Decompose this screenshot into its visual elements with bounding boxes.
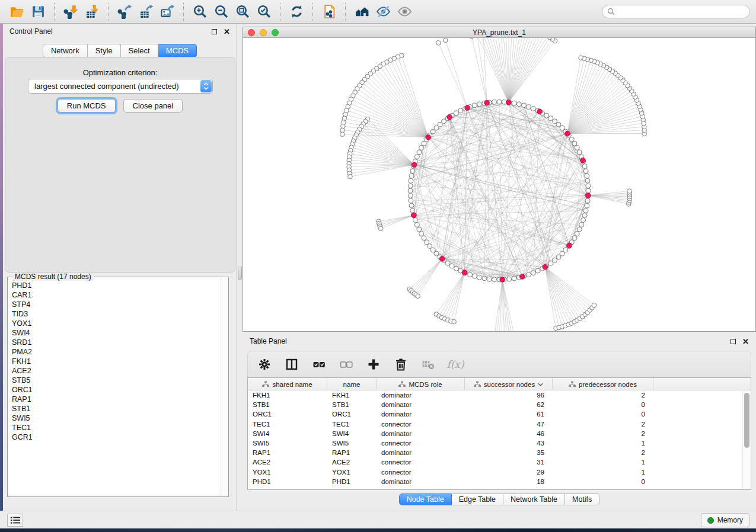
split-view-button[interactable] bbox=[282, 355, 301, 374]
mcds-result-item[interactable]: YOX1 bbox=[12, 319, 220, 328]
tab-node-table[interactable]: Node Table bbox=[399, 493, 452, 505]
table-row[interactable]: ACE2ACE2connector311 bbox=[248, 457, 751, 467]
tab-style[interactable]: Style bbox=[88, 44, 121, 57]
zoom-in-button[interactable] bbox=[189, 2, 210, 22]
mcds-result-item[interactable]: ORC1 bbox=[12, 385, 220, 395]
hide-selected-button[interactable] bbox=[372, 2, 394, 22]
mcds-result-item[interactable]: STB1 bbox=[12, 404, 220, 414]
table-scrollbar[interactable] bbox=[742, 391, 750, 489]
open-button[interactable] bbox=[6, 2, 27, 22]
refresh-button[interactable] bbox=[286, 2, 307, 22]
add-entry-button[interactable] bbox=[364, 355, 383, 374]
table-cell: dominator bbox=[377, 449, 465, 456]
show-all-button[interactable] bbox=[394, 2, 415, 22]
table-float-panel-icon[interactable] bbox=[731, 339, 736, 344]
mcds-result-item[interactable]: STB5 bbox=[12, 376, 220, 385]
network-window-titlebar[interactable]: YPA_prune.txt_1 bbox=[243, 27, 755, 38]
table-row[interactable]: YOX1YOX1connector291 bbox=[248, 467, 751, 477]
search-input[interactable] bbox=[618, 7, 745, 17]
table-panel-title: Table Panel bbox=[250, 337, 287, 345]
export-image-button[interactable] bbox=[157, 2, 178, 22]
mcds-result-item[interactable]: RAP1 bbox=[12, 395, 220, 404]
table-row[interactable]: ORC1ORC1dominator610 bbox=[248, 409, 751, 419]
export-network-button[interactable] bbox=[114, 2, 135, 22]
table-row[interactable]: FKH1FKH1dominator962 bbox=[248, 390, 751, 400]
table-row[interactable]: SWI5SWI5connector431 bbox=[248, 438, 751, 448]
table-row[interactable]: TEC1TEC1connector472 bbox=[248, 419, 751, 429]
mcds-result-item[interactable]: SRD1 bbox=[12, 338, 220, 347]
mcds-result-item[interactable]: PMA2 bbox=[12, 347, 220, 357]
column-header-MCDS-role[interactable]: MCDS role bbox=[377, 378, 465, 390]
table-close-panel-icon[interactable]: ✕ bbox=[742, 339, 749, 344]
mcds-result-item[interactable]: FKH1 bbox=[12, 357, 220, 366]
table-cell: connector bbox=[377, 421, 465, 428]
mcds-result-item[interactable]: STP4 bbox=[12, 300, 220, 309]
table-cell: FKH1 bbox=[248, 392, 327, 399]
close-panel-button[interactable]: Close panel bbox=[123, 99, 183, 113]
table-cell: PHD1 bbox=[327, 478, 377, 485]
mcds-result-item[interactable]: SWI4 bbox=[12, 328, 220, 338]
task-history-button[interactable] bbox=[7, 514, 23, 527]
network-window-title: YPA_prune.txt_1 bbox=[243, 28, 755, 37]
column-header-successor-nodes[interactable]: successor nodes bbox=[465, 378, 553, 390]
select-all-icon bbox=[312, 357, 326, 371]
first-neighbors-button[interactable] bbox=[351, 2, 372, 22]
tab-motifs[interactable]: Motifs bbox=[565, 493, 599, 505]
tab-mcds[interactable]: MCDS bbox=[158, 44, 197, 57]
tab-network[interactable]: Network bbox=[43, 44, 88, 57]
run-mcds-button[interactable]: Run MCDS bbox=[58, 99, 116, 113]
export-table-icon bbox=[139, 4, 154, 19]
mcds-result-item[interactable]: SWI5 bbox=[12, 414, 220, 423]
splitter-grip[interactable] bbox=[238, 267, 242, 280]
memory-button[interactable]: Memory bbox=[701, 513, 749, 527]
vertical-splitter[interactable] bbox=[237, 24, 243, 511]
mcds-list-scrollbar[interactable] bbox=[221, 278, 228, 496]
export-table-button[interactable] bbox=[135, 2, 157, 22]
table-cell: RAP1 bbox=[248, 449, 327, 456]
mcds-result-item[interactable]: GCR1 bbox=[12, 432, 220, 442]
column-header-name[interactable]: name bbox=[327, 378, 377, 390]
deselect-all-button[interactable] bbox=[337, 355, 356, 374]
mcds-result-item[interactable]: TID3 bbox=[12, 309, 220, 319]
table-row[interactable]: SWI4SWI4dominator462 bbox=[248, 429, 751, 438]
export-image-icon bbox=[160, 4, 175, 19]
table-scrollbar-thumb[interactable] bbox=[744, 393, 749, 448]
float-panel-icon[interactable] bbox=[212, 29, 217, 34]
column-label: successor nodes bbox=[484, 381, 535, 388]
control-panel: Control Panel ✕ NetworkStyleSelectMCDS O… bbox=[3, 24, 237, 511]
zoom-selected-button[interactable] bbox=[253, 2, 275, 22]
settings-button[interactable] bbox=[255, 355, 274, 374]
table-row[interactable]: PHD1PHD1dominator180 bbox=[248, 477, 751, 486]
import-network-button[interactable] bbox=[60, 2, 81, 22]
mcds-result-item[interactable]: TEC1 bbox=[12, 423, 220, 432]
save-button[interactable] bbox=[27, 2, 49, 22]
zoom-fit-button[interactable] bbox=[232, 2, 253, 22]
mcds-result-item[interactable]: CAR1 bbox=[12, 290, 220, 300]
delete-entry-button[interactable] bbox=[391, 355, 410, 374]
table-row[interactable]: STB1STB1dominator620 bbox=[248, 400, 751, 409]
import-table-icon bbox=[85, 4, 100, 19]
sort-desc-icon bbox=[538, 383, 543, 386]
import-table-button[interactable] bbox=[81, 2, 103, 22]
column-header-shared-name[interactable]: shared name bbox=[248, 378, 327, 390]
tab-edge-table[interactable]: Edge Table bbox=[452, 493, 503, 505]
criterion-select[interactable]: largest connected component (undirected) bbox=[28, 79, 213, 94]
tab-select[interactable]: Select bbox=[121, 44, 158, 57]
select-all-button[interactable] bbox=[310, 355, 328, 374]
close-panel-icon[interactable]: ✕ bbox=[224, 29, 230, 34]
mcds-result-item[interactable]: PHD1 bbox=[12, 281, 220, 290]
mcds-result-item[interactable]: ACE2 bbox=[12, 366, 220, 376]
tab-network-table[interactable]: Network Table bbox=[503, 493, 565, 505]
network-from-document-icon bbox=[322, 4, 337, 19]
zoom-selected-icon bbox=[257, 4, 272, 19]
column-label: MCDS role bbox=[409, 381, 442, 388]
column-header-predecessor-nodes[interactable]: predecessor nodes bbox=[553, 378, 653, 390]
table-cell: STB1 bbox=[248, 401, 327, 408]
table-cell: 61 bbox=[465, 411, 553, 418]
network-from-document-button[interactable] bbox=[318, 2, 340, 22]
network-canvas[interactable] bbox=[243, 38, 755, 331]
table-row[interactable]: RAP1RAP1dominator352 bbox=[248, 448, 751, 457]
zoom-out-button[interactable] bbox=[210, 2, 232, 22]
table-cell: 2 bbox=[553, 430, 653, 437]
table-panel: Table Panel ✕ f(x) shared namenameMCDS r… bbox=[243, 334, 756, 511]
